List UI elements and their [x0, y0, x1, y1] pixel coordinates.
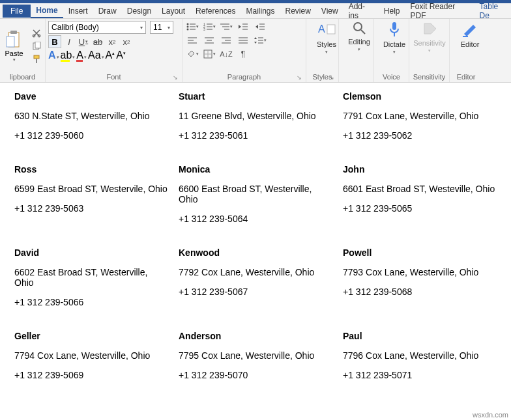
indent-icon: [256, 23, 265, 31]
superscript-button[interactable]: x2: [120, 35, 133, 48]
label-address: 6599 East Broad ST, Westervile, Ohio: [14, 184, 168, 194]
label-address: 630 N.State ST, Westerville, Ohio: [14, 111, 168, 121]
label-address: 7795 Cox Lane, Westerville, Ohio: [179, 350, 332, 361]
tab-home[interactable]: Home: [31, 4, 63, 18]
editing-button[interactable]: Editing ▾: [342, 21, 377, 52]
shading-button[interactable]: [185, 48, 199, 60]
label-name: Paul: [343, 331, 497, 341]
label-name: Clemson: [343, 91, 497, 102]
tab-review[interactable]: Review: [280, 5, 316, 18]
subscript-button[interactable]: x2: [106, 35, 119, 48]
paste-label: Paste: [5, 49, 23, 57]
svg-point-9: [186, 23, 188, 25]
align-left-button[interactable]: [185, 35, 199, 46]
svg-point-50: [354, 23, 362, 31]
editor-pen-icon: [461, 21, 478, 38]
shrink-font-button[interactable]: A▾: [116, 49, 126, 61]
label-cell[interactable]: Stuart11 Greene Blvd, Westerville, Ohio+…: [179, 91, 332, 141]
bullets-button[interactable]: [185, 21, 199, 33]
label-address: 7791 Cox Lane, Westerville, Ohio: [343, 111, 497, 121]
paragraph-launcher-icon[interactable]: ↘: [297, 74, 302, 81]
voice-label: Voice: [377, 72, 406, 82]
label-name: Stuart: [179, 91, 332, 102]
group-styles: A Styles ▾ Styles↘: [306, 19, 339, 82]
change-case-button[interactable]: Aa: [88, 49, 104, 61]
bold-button[interactable]: B: [48, 35, 61, 48]
sort-button[interactable]: A↓Z: [219, 48, 233, 60]
label-cell[interactable]: John6601 East Broad ST, Westeville, Ohio…: [343, 164, 497, 224]
font-name-combo[interactable]: Calibri (Body)▾: [48, 21, 146, 34]
format-painter-button[interactable]: [31, 53, 42, 65]
label-cell[interactable]: Kenwood7792 Cox Lane, Westerville, Ohio+…: [179, 247, 332, 307]
scissors-icon: [32, 29, 41, 38]
outdent-icon: [239, 23, 248, 31]
label-name: Dave: [14, 91, 168, 102]
tab-insert[interactable]: Insert: [63, 5, 93, 18]
label-cell[interactable]: Monica6600 East Broad ST, Westerville, O…: [179, 164, 332, 224]
tab-design[interactable]: Design: [122, 5, 156, 18]
label-address: 6602 East Broad ST, Westerville, Ohio: [14, 267, 168, 288]
cut-button[interactable]: [31, 27, 42, 39]
text-effects-button[interactable]: A: [48, 49, 59, 61]
tab-view[interactable]: View: [316, 5, 343, 18]
copy-button[interactable]: [31, 40, 42, 52]
editor-button[interactable]: Editor: [452, 21, 488, 48]
font-launcher-icon[interactable]: ↘: [173, 74, 178, 81]
tab-mailings[interactable]: Mailings: [241, 5, 280, 18]
label-cell[interactable]: Ross6599 East Broad ST, Westervile, Ohio…: [14, 164, 168, 224]
highlight-button[interactable]: ab: [61, 49, 76, 61]
label-cell[interactable]: Geller7794 Cox Lane, Westerville, Ohio+1…: [14, 331, 168, 380]
underline-button[interactable]: U: [77, 35, 90, 48]
font-size-combo[interactable]: 11▾: [150, 21, 173, 34]
grow-font-button[interactable]: A▴: [106, 49, 115, 61]
tab-references[interactable]: References: [190, 5, 241, 18]
copy-icon: [32, 42, 41, 51]
strikethrough-button[interactable]: ab: [91, 35, 104, 48]
paste-button[interactable]: Paste ▾: [3, 30, 25, 63]
label-address: 7792 Cox Lane, Westerville, Ohio: [179, 267, 332, 277]
line-spacing-icon: [254, 36, 263, 44]
sensitivity-label: Sensitivity: [412, 72, 446, 82]
label-cell[interactable]: Paul7796 Cox Lane, Westerville, Ohio+1 3…: [343, 331, 497, 380]
styles-launcher-icon[interactable]: ↘: [329, 74, 334, 81]
clipboard-label: lipboard: [3, 72, 42, 82]
align-center-button[interactable]: [202, 35, 216, 46]
group-sensitivity: Sensitivity ▾ Sensitivity: [409, 19, 450, 82]
numbering-button[interactable]: 123: [202, 21, 216, 33]
group-font: Calibri (Body)▾ 11▾ B I U ab x2 x2 A ab …: [46, 19, 182, 82]
label-phone: +1 312 239-5060: [14, 130, 168, 141]
tab-help[interactable]: Help: [379, 5, 405, 18]
multilevel-button[interactable]: [219, 21, 233, 33]
label-name: Ross: [14, 164, 168, 175]
dictate-button[interactable]: Dictate ▾: [377, 21, 412, 55]
svg-rect-8: [36, 59, 37, 63]
label-grid: Dave630 N.State ST, Westerville, Ohio+1 …: [14, 91, 497, 380]
svg-text:3: 3: [203, 27, 205, 31]
label-address: 11 Greene Blvd, Westerville, Ohio: [179, 111, 332, 121]
label-phone: +1 312 239-5071: [343, 370, 497, 380]
align-right-button[interactable]: [219, 35, 233, 46]
increase-indent-button[interactable]: [253, 21, 267, 33]
label-cell[interactable]: Powell7793 Cox Lane, Westerville, Ohio+1…: [343, 247, 497, 307]
multilevel-icon: [220, 23, 229, 31]
label-phone: +1 312 239-5067: [179, 287, 332, 297]
label-phone: +1 312 239-5070: [179, 370, 332, 380]
justify-button[interactable]: [236, 35, 250, 46]
decrease-indent-button[interactable]: [236, 21, 250, 33]
tab-file[interactable]: File: [3, 5, 31, 18]
label-cell[interactable]: Anderson7795 Cox Lane, Westerville, Ohio…: [179, 331, 332, 380]
italic-button[interactable]: I: [63, 35, 76, 48]
label-address: 7793 Cox Lane, Westerville, Ohio: [343, 267, 497, 277]
label-address: 6601 East Broad ST, Westeville, Ohio: [343, 184, 497, 194]
document-area[interactable]: Dave630 N.State ST, Westerville, Ohio+1 …: [0, 83, 511, 420]
svg-point-11: [186, 26, 188, 28]
label-cell[interactable]: David6602 East Broad ST, Westerville, Oh…: [14, 247, 168, 307]
tab-layout[interactable]: Layout: [156, 5, 190, 18]
tab-draw[interactable]: Draw: [93, 5, 122, 18]
font-color-button[interactable]: A: [76, 49, 87, 61]
line-spacing-button[interactable]: [253, 35, 267, 46]
label-cell[interactable]: Clemson7791 Cox Lane, Westerville, Ohio+…: [343, 91, 497, 141]
borders-button[interactable]: [202, 48, 216, 60]
label-cell[interactable]: Dave630 N.State ST, Westerville, Ohio+1 …: [14, 91, 168, 141]
show-marks-button[interactable]: ¶: [236, 48, 250, 60]
